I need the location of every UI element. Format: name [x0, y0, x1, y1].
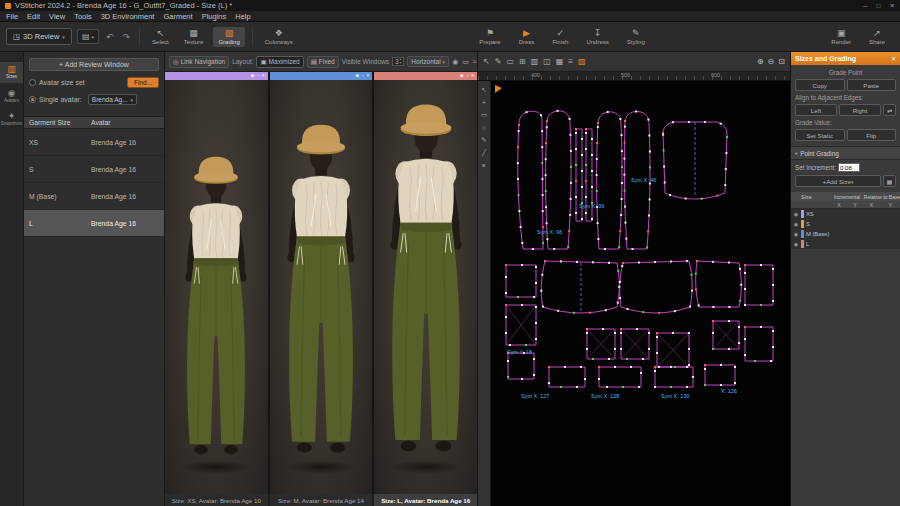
view-mode-dropdown[interactable]: ◳ 3D Review ▾ [6, 28, 72, 45]
garment-selector-dropdown[interactable]: ▤ ▾ [77, 29, 99, 44]
menu-3d-environment[interactable]: 3D Environment [101, 12, 155, 21]
menu-plugins[interactable]: Plugins [202, 12, 227, 21]
sidebar-item-snapshots[interactable]: ✦ Snapshots [0, 109, 23, 130]
viewport-3d-m[interactable] [270, 80, 373, 494]
camera-icon[interactable]: ◉ [250, 74, 254, 79]
maximized-layout-button[interactable]: ▣ Maximized [256, 56, 303, 68]
cells-icon[interactable]: ▥ [531, 58, 539, 66]
camera-icon[interactable]: ◉ [452, 58, 458, 66]
grading-row-xs[interactable]: ◉ XS [791, 209, 900, 219]
add-point-icon[interactable]: + [482, 99, 486, 106]
pen-icon[interactable]: ✎ [481, 136, 486, 144]
grading-tool-button[interactable]: ▧ Grading [213, 27, 244, 47]
panel-header[interactable]: Sizes and Grading ✕ [791, 52, 900, 65]
size-row-s[interactable]: S Brenda Age 16 [24, 156, 164, 183]
snapshot-icon[interactable]: ▫ [362, 74, 364, 79]
snapshot-icon[interactable]: ▫ [257, 74, 259, 79]
pointer-icon[interactable]: ↖ [481, 86, 486, 94]
viewport-header-l[interactable]: ◉ ▫ ≡ [374, 72, 477, 80]
set-static-button[interactable]: Set Static [795, 129, 845, 141]
find-button[interactable]: Find... [127, 77, 159, 88]
zoom-fit-icon[interactable]: ⊡ [778, 57, 785, 66]
maximize-icon[interactable]: □ [877, 2, 881, 10]
styling-button[interactable]: ✎ Styling [622, 27, 650, 47]
avatar-size-set-radio[interactable] [29, 79, 36, 86]
table-icon[interactable]: ▦ [883, 175, 896, 187]
menu-view[interactable]: View [49, 12, 65, 21]
orientation-dropdown[interactable]: Horizontal ▾ [407, 56, 449, 67]
menu-tools[interactable]: Tools [74, 12, 92, 21]
swap-icon[interactable]: ⇄ [883, 104, 896, 116]
paste-button[interactable]: Paste [847, 79, 897, 91]
display-icon[interactable]: ▭ [462, 58, 469, 66]
menu-icon[interactable]: ≡ [471, 74, 474, 79]
copy-button[interactable]: Copy [795, 79, 845, 91]
add-size-dropdown[interactable]: +Add Size▾ [795, 175, 881, 187]
grading-row-s[interactable]: ◉ S [791, 219, 900, 229]
undo-icon[interactable]: ↶ [104, 32, 116, 42]
align-right-button[interactable]: Right [839, 104, 881, 116]
menu-icon[interactable]: ≡ [367, 74, 370, 79]
eye-icon[interactable]: ◉ [791, 211, 801, 217]
add-review-window-button[interactable]: + Add Review Window [29, 58, 159, 71]
align-left-button[interactable]: Left [795, 104, 837, 116]
point-grading-section-header[interactable]: ▾ Point Grading [791, 146, 900, 160]
sidebar-item-sizes[interactable]: ▥ Sizes [0, 62, 23, 83]
menu-edit[interactable]: Edit [27, 12, 40, 21]
size-row-m[interactable]: M (Base) Brenda Age 16 [24, 183, 164, 210]
list-icon[interactable]: ≡ [568, 58, 573, 66]
close-icon[interactable]: ✕ [890, 2, 895, 10]
close-icon[interactable]: ✕ [891, 55, 896, 62]
eye-icon[interactable]: ◉ [791, 221, 801, 227]
line-icon[interactable]: ╱ [482, 149, 486, 157]
sidebar-item-avatars[interactable]: ◉ Avatars [0, 86, 23, 107]
camera-icon[interactable]: ◉ [355, 74, 359, 79]
menu-icon[interactable]: ≡ [482, 162, 486, 169]
texture-tool-button[interactable]: ▦ Texture [179, 27, 209, 47]
viewport-3d-xs[interactable] [165, 80, 268, 494]
zoom-in-icon[interactable]: ⊕ [757, 57, 764, 66]
grading-row-l[interactable]: ◉ L [791, 239, 900, 249]
flip-button[interactable]: Flip [847, 129, 897, 141]
camera-icon[interactable]: ◉ [460, 74, 464, 79]
rect-icon[interactable]: ▭ [481, 111, 487, 119]
undress-button[interactable]: ↧ Undress [581, 27, 613, 47]
table-icon[interactable]: ▦ [556, 58, 564, 66]
circle-icon[interactable]: ○ [482, 124, 486, 131]
render-button[interactable]: ▣ Render [826, 27, 856, 47]
colorways-tool-button[interactable]: ❖ Colorways [260, 27, 298, 47]
zoom-out-icon[interactable]: ⊖ [768, 57, 775, 66]
share-button[interactable]: ↗ Share [864, 27, 890, 47]
wave-icon[interactable]: ≈ [473, 58, 477, 65]
snapshot-icon[interactable]: ▫ [467, 74, 469, 79]
down-arrow-icon[interactable]: ▾ [400, 62, 402, 66]
menu-icon[interactable]: ≡ [262, 74, 265, 79]
size-row-xs[interactable]: XS Brenda Age 16 [24, 129, 164, 156]
minimize-icon[interactable]: ─ [863, 2, 868, 10]
dress-button[interactable]: ▶ Dress [514, 27, 540, 47]
prepare-button[interactable]: ⚑ Prepare [474, 27, 505, 47]
menu-help[interactable]: Help [235, 12, 250, 21]
viewport-3d-l[interactable] [374, 80, 477, 494]
select-tool-button[interactable]: ↖ Select [147, 27, 174, 47]
rect-icon[interactable]: ▭ [506, 58, 514, 66]
fixed-layout-button[interactable]: ▤ Fixed [307, 56, 339, 68]
pen-icon[interactable]: ✎ [495, 58, 502, 66]
single-avatar-radio[interactable] [29, 96, 36, 103]
visible-windows-stepper[interactable]: 3 ▴▾ [392, 57, 404, 66]
link-navigation-toggle[interactable]: ◎ Link Navigation [169, 56, 229, 68]
eye-icon[interactable]: ◉ [791, 241, 801, 247]
viewport-header-xs[interactable]: ◉ ▫ ≡ [165, 72, 268, 80]
merge-icon[interactable]: ◫ [543, 58, 551, 66]
size-row-l[interactable]: L Brenda Age 16 [24, 210, 164, 237]
grading-row-m[interactable]: ◉ M (Base) [791, 229, 900, 239]
increment-input[interactable] [838, 163, 860, 172]
swatch-icon[interactable]: ▨ [578, 58, 586, 66]
eye-icon[interactable]: ◉ [791, 231, 801, 237]
viewport-header-m[interactable]: ◉ ▫ ≡ [270, 72, 373, 80]
redo-icon[interactable]: ↷ [121, 32, 133, 42]
menu-garment[interactable]: Garment [163, 12, 192, 21]
grid-icon[interactable]: ⊞ [519, 58, 526, 66]
pointer-icon[interactable]: ↖ [483, 58, 490, 66]
menu-file[interactable]: File [6, 12, 18, 21]
